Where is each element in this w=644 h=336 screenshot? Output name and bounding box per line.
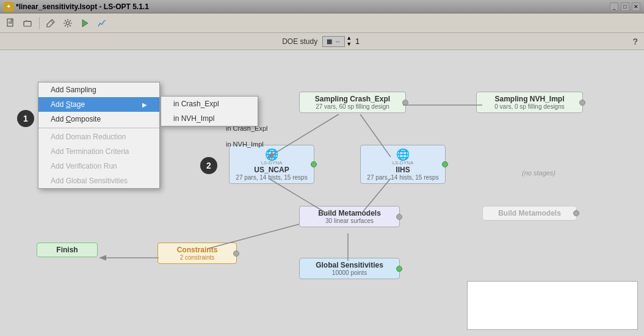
node-us-ncap-title: US_NCAP (234, 166, 309, 174)
node-build-metamodels-2-title: Build Metamodels (488, 209, 571, 217)
node-finish-title: Finish (42, 246, 92, 254)
node-sampling-nvh-impl-title: Sampling NVH_Impl (482, 95, 577, 103)
menu-add-domain-reduction: Add Domain Reduction (38, 130, 159, 144)
study-value: 1 (353, 37, 362, 46)
lsdyna-label-us-ncap: LS-DYNA (234, 160, 309, 166)
window-controls[interactable]: _ □ ✕ (610, 2, 640, 11)
node-iihs-dot (442, 161, 448, 167)
node-constraints[interactable]: Constraints 2 constraints (157, 243, 237, 264)
menu-add-stage[interactable]: Add Stage ▶ in Crash_Expl in NVH_Impl (38, 97, 159, 112)
submenu-crash-expl[interactable]: in Crash_Expl (161, 97, 258, 111)
close-button[interactable]: ✕ (632, 2, 640, 11)
context-menu: Add Sampling Add Stage ▶ in Crash_Expl i… (38, 82, 160, 189)
new-button[interactable] (4, 16, 18, 31)
node-finish[interactable]: Finish (37, 243, 98, 257)
menu-separator (38, 128, 159, 128)
node-build-metamodels-1-title: Build Metamodels (305, 209, 394, 217)
run-button[interactable] (78, 16, 92, 31)
main-canvas: 1 2 Add Sampling Add Stage ▶ in Crash_Ex… (0, 50, 644, 336)
node-build-metamodels-2-dot (573, 210, 579, 216)
node-constraints-sub: 2 constraints (163, 254, 231, 261)
svg-marker-6 (82, 20, 88, 27)
settings-button[interactable] (60, 16, 75, 31)
open-button[interactable] (21, 16, 35, 31)
node-build-metamodels-1-sub: 30 linear surfaces (305, 217, 394, 224)
node-global-sensitivities[interactable]: Global Sensitivities 10000 points (299, 258, 400, 279)
node-sampling-crash-expl-title: Sampling Crash_Expl (305, 95, 400, 103)
node-global-sensitivities-title: Global Sensitivities (305, 261, 394, 269)
globe-icon-us-ncap: 🌐 (234, 148, 309, 161)
node-constraints-title: Constraints (163, 246, 231, 254)
study-label: DOE study (282, 37, 317, 46)
node-sampling-crash-expl-sub: 27 vars, 60 sp filling design (305, 103, 400, 110)
node-us-ncap-dot (311, 161, 317, 167)
menu-add-global-sensitivities: Add Global Sensitivities (38, 173, 159, 188)
window-title: *linear_sensitivity.lsopt - LS-OPT 5.1.1 (16, 2, 149, 11)
app-icon: ✦ (4, 2, 13, 12)
node-sampling-nvh-impl-sub: 0 vars, 0 sp filling designs (482, 103, 577, 110)
no-stages-label: (no stages) (522, 169, 555, 177)
menu-add-sampling[interactable]: Add Sampling (38, 82, 159, 97)
menu-add-verification-run: Add Verification Run (38, 159, 159, 173)
node-build-metamodels-1-dot (396, 214, 402, 220)
node-global-sensitivities-sub: 10000 points (305, 269, 394, 276)
spinner-down[interactable]: ▼ (346, 42, 352, 48)
circle-2: 2 (200, 157, 217, 174)
node-build-metamodels-2[interactable]: Build Metamodels (482, 206, 577, 221)
study-spinner[interactable]: ▲ ▼ (346, 35, 352, 48)
svg-rect-3 (24, 21, 31, 26)
submenu-nvh-impl[interactable]: in NVH_Impl (161, 111, 258, 126)
toolbar (0, 13, 644, 33)
maximize-button[interactable]: □ (621, 2, 629, 11)
minimize-button[interactable]: _ (610, 2, 618, 11)
node-iihs-title: IIHS (366, 166, 440, 174)
circle-1: 1 (17, 110, 34, 127)
node-constraints-dot (233, 250, 239, 257)
node-sampling-crash-expl[interactable]: Sampling Crash_Expl 27 vars, 60 sp filli… (299, 92, 406, 113)
arrow-label-nvh: in NVH_Impl (226, 141, 264, 148)
node-build-metamodels-1[interactable]: Build Metamodels 30 linear surfaces (299, 206, 400, 227)
chart-button[interactable] (95, 16, 109, 31)
node-us-ncap-sub: 27 pars, 14 hists, 15 resps (234, 174, 309, 181)
node-sampling-nvh-impl-dot (579, 100, 585, 106)
study-combo[interactable]: ▦ ↔ (322, 36, 345, 47)
build-button[interactable] (43, 16, 58, 31)
title-bar: ✦ *linear_sensitivity.lsopt - LS-OPT 5.1… (0, 0, 644, 13)
node-global-sensitivities-dot (396, 266, 402, 272)
node-sampling-nvh-impl[interactable]: Sampling NVH_Impl 0 vars, 0 sp filling d… (476, 92, 583, 113)
globe-icon-iihs: 🌐 (366, 148, 440, 161)
svg-line-4 (51, 21, 53, 23)
node-sampling-crash-expl-dot (402, 100, 408, 106)
separator-1 (39, 17, 40, 29)
study-bar: DOE study ▦ ↔ ▲ ▼ 1 ? (0, 33, 644, 50)
node-us-ncap[interactable]: 🌐 LS-DYNA US_NCAP 27 pars, 14 hists, 15 … (229, 145, 314, 184)
svg-point-5 (67, 21, 70, 24)
menu-add-composite[interactable]: Add Composite (38, 112, 159, 126)
help-button[interactable]: ? (632, 37, 638, 46)
node-iihs-sub: 27 pars, 14 hists, 15 resps (366, 174, 440, 181)
submenu: in Crash_Expl in NVH_Impl (161, 96, 258, 126)
node-iihs[interactable]: 🌐 LS-DYNA IIHS 27 pars, 14 hists, 15 res… (360, 145, 446, 184)
lsdyna-label-iihs: LS-DYNA (366, 160, 440, 166)
menu-add-termination-criteria: Add Termination Criteria (38, 144, 159, 159)
log-area (467, 281, 638, 330)
